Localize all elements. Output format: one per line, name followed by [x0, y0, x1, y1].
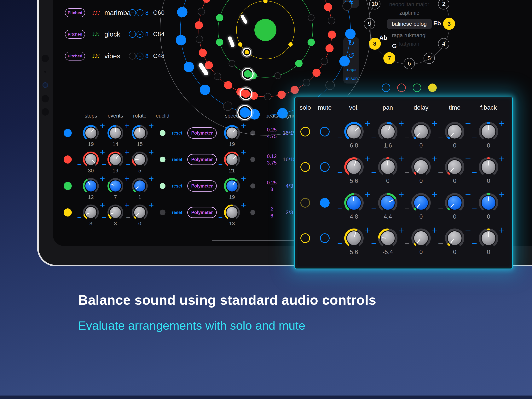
knob-increment-button[interactable]: +	[431, 225, 437, 235]
time-knob[interactable]: −+0	[438, 150, 472, 184]
wheel-degree-6[interactable]: 6	[404, 58, 415, 69]
track-selector[interactable]	[428, 83, 437, 92]
rotate-knob[interactable]: −+15	[125, 119, 154, 147]
knob-increment-button[interactable]: +	[241, 174, 246, 183]
scale-option[interactable]: katynian	[399, 41, 419, 47]
knob-decrement-button[interactable]: −	[405, 168, 410, 177]
rotate-knob[interactable]: −+5	[125, 145, 154, 174]
knob-increment-button[interactable]: +	[398, 154, 404, 164]
knob-decrement-button[interactable]: −	[77, 187, 82, 195]
knob-increment-button[interactable]: +	[431, 119, 437, 129]
pitched-badge[interactable]: Pitched	[65, 30, 85, 39]
knob-increment-button[interactable]: +	[431, 154, 437, 164]
track-selector[interactable]	[413, 83, 421, 92]
knob-decrement-button[interactable]: −	[438, 239, 443, 248]
knob-decrement-button[interactable]: −	[77, 134, 82, 142]
octave-minus-button[interactable]: −	[129, 53, 136, 60]
knob-decrement-button[interactable]: −	[438, 168, 443, 177]
knob-decrement-button[interactable]: −	[371, 239, 376, 248]
knob-increment-button[interactable]: +	[241, 148, 246, 157]
knob-decrement-button[interactable]: −	[218, 213, 223, 221]
knob-decrement-button[interactable]: −	[438, 133, 443, 141]
knob-increment-button[interactable]: +	[465, 119, 471, 129]
mute-button[interactable]	[320, 162, 329, 172]
knob-increment-button[interactable]: +	[499, 119, 505, 129]
rotate-clockwise-icon[interactable]: ↻	[348, 38, 355, 48]
knob-decrement-button[interactable]: −	[102, 213, 106, 221]
knob-decrement-button[interactable]: −	[371, 168, 376, 177]
triplet-toggle[interactable]	[250, 157, 255, 162]
knob-increment-button[interactable]: +	[364, 190, 370, 200]
knob-increment-button[interactable]: +	[499, 225, 505, 235]
mute-button[interactable]	[320, 233, 329, 243]
knob-decrement-button[interactable]: −	[77, 213, 82, 221]
reset-button[interactable]: reset	[172, 210, 183, 215]
knob-decrement-button[interactable]: −	[337, 203, 342, 212]
knob-decrement-button[interactable]: −	[405, 203, 410, 212]
knob-increment-button[interactable]: +	[241, 201, 246, 209]
rotate-knob[interactable]: −+0	[125, 198, 154, 227]
polymeter-button[interactable]: Polymeter	[187, 207, 217, 218]
horizontal-scrollbar[interactable]	[212, 240, 294, 241]
octave-plus-button[interactable]: +	[136, 53, 143, 60]
speed-knob[interactable]: −+13	[217, 198, 247, 227]
delay-knob[interactable]: −+0	[404, 150, 438, 184]
knob-decrement-button[interactable]: −	[218, 134, 223, 142]
knob-increment-button[interactable]: +	[431, 190, 437, 200]
knob-decrement-button[interactable]: −	[102, 134, 106, 142]
feedback-knob[interactable]: −+0	[471, 115, 506, 149]
reset-button[interactable]: reset	[172, 184, 183, 189]
reset-button[interactable]: reset	[172, 157, 183, 162]
knob-decrement-button[interactable]: −	[472, 203, 477, 212]
knob-decrement-button[interactable]: −	[77, 160, 82, 168]
knob-decrement-button[interactable]: −	[102, 187, 106, 195]
volume-knob[interactable]: −+5.6	[337, 150, 371, 184]
knob-decrement-button[interactable]: −	[126, 134, 131, 142]
triplet-toggle[interactable]	[250, 184, 255, 189]
pan-knob[interactable]: −+4.4	[371, 186, 405, 220]
polymeter-button[interactable]: Polymeter	[187, 154, 217, 165]
knob-decrement-button[interactable]: −	[438, 203, 443, 212]
wheel-degree-7[interactable]: 7	[383, 52, 395, 64]
knob-decrement-button[interactable]: −	[218, 160, 223, 168]
knob-decrement-button[interactable]: −	[126, 213, 131, 221]
knob-decrement-button[interactable]: −	[337, 133, 342, 141]
delay-knob[interactable]: −+0	[404, 221, 438, 255]
knob-increment-button[interactable]: +	[398, 119, 404, 129]
knob-decrement-button[interactable]: −	[126, 187, 131, 195]
rotate-counterclockwise-icon[interactable]: ↺	[348, 51, 355, 60]
knob-decrement-button[interactable]: −	[472, 239, 477, 248]
knob-increment-button[interactable]: +	[465, 225, 471, 235]
feedback-knob[interactable]: −+0	[471, 221, 506, 255]
knob-decrement-button[interactable]: −	[472, 133, 477, 141]
track-selector[interactable]	[397, 83, 406, 92]
delay-knob[interactable]: −+0	[404, 186, 438, 220]
knob-decrement-button[interactable]: −	[337, 168, 342, 177]
polymeter-button[interactable]: Polymeter	[187, 180, 217, 192]
knob-increment-button[interactable]: +	[499, 190, 505, 200]
knob-increment-button[interactable]: +	[465, 154, 471, 164]
knob-decrement-button[interactable]: −	[337, 239, 342, 248]
pan-knob[interactable]: −+-5.4	[371, 221, 405, 255]
mute-button[interactable]	[320, 198, 329, 208]
octave-minus-button[interactable]: −	[129, 31, 136, 38]
knob-increment-button[interactable]: +	[364, 119, 370, 129]
knob-decrement-button[interactable]: −	[472, 168, 477, 177]
pan-knob[interactable]: −+0	[371, 150, 405, 184]
pitched-badge[interactable]: Pitched	[65, 52, 85, 61]
time-knob[interactable]: −+0	[438, 115, 472, 149]
knob-increment-button[interactable]: +	[149, 201, 154, 209]
volume-knob[interactable]: −+4.8	[337, 186, 371, 220]
knob-increment-button[interactable]: +	[364, 225, 370, 235]
knob-decrement-button[interactable]: −	[218, 187, 223, 195]
knob-decrement-button[interactable]: −	[371, 133, 376, 141]
wheel-degree-4[interactable]: 4	[438, 38, 449, 49]
solo-button[interactable]	[300, 162, 310, 172]
rotate-knob[interactable]: −+1	[125, 171, 154, 201]
knob-decrement-button[interactable]: −	[126, 160, 131, 168]
solo-button[interactable]	[300, 233, 310, 243]
knob-decrement-button[interactable]: −	[102, 160, 106, 168]
octave-minus-button[interactable]: −	[129, 9, 136, 16]
scale-option[interactable]: balinese pelog	[387, 19, 432, 29]
euclid-indicator[interactable]	[160, 157, 165, 162]
